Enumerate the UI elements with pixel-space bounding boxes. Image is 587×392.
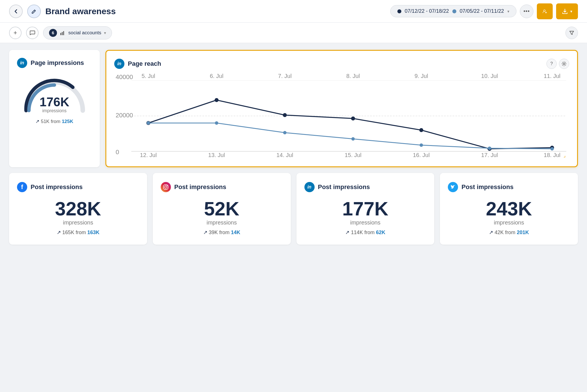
svg-text:14. Jul: 14. Jul bbox=[276, 152, 293, 158]
facebook-post-impressions-card: f Post impressions 328K impressions ↗ 16… bbox=[9, 173, 147, 245]
prev-period-dot bbox=[452, 9, 456, 13]
svg-text:12. Jul: 12. Jul bbox=[140, 152, 157, 158]
li-card-title: Post impressions bbox=[318, 183, 370, 191]
header: Brand awareness 07/12/22 - 07/18/22 07/0… bbox=[0, 0, 587, 23]
svg-point-0 bbox=[544, 10, 545, 11]
ig-arrow-icon: ↗ bbox=[203, 230, 207, 235]
gauge-value: 176K impressions bbox=[39, 96, 69, 113]
toolbar: + 6 social accounts ▾ bbox=[0, 23, 587, 43]
svg-point-28 bbox=[351, 116, 355, 120]
tw-stat-value: 243K bbox=[486, 199, 532, 218]
linkedin-post-impressions-card: in Post impressions 177K impressions ↗ 1… bbox=[296, 173, 435, 245]
arrow-up-icon: ↗ bbox=[35, 119, 39, 124]
li-change-text: 114K from bbox=[351, 230, 376, 235]
tw-stat-change: ↗ 42K from 201K bbox=[489, 229, 529, 236]
chevron-down-icon-3: ▾ bbox=[104, 31, 106, 35]
instagram-icon bbox=[161, 182, 171, 192]
more-options-button[interactable]: ••• bbox=[520, 5, 533, 18]
current-period-dot bbox=[397, 9, 401, 13]
svg-text:11. Jul: 11. Jul bbox=[544, 73, 560, 79]
svg-text:6. Jul: 6. Jul bbox=[210, 73, 223, 79]
change-link[interactable]: 125K bbox=[62, 119, 73, 124]
chart-header-left: in Page reach bbox=[114, 59, 161, 69]
page-impressions-title: Page impressions bbox=[31, 59, 84, 67]
bar-chart-icon bbox=[60, 30, 65, 36]
svg-text:20000: 20000 bbox=[116, 112, 133, 119]
svg-text:15. Jul: 15. Jul bbox=[345, 152, 361, 158]
tw-stat-unit: impressions bbox=[494, 219, 524, 226]
chart-area: 40000 20000 0 5. Jul 6. Jul 7. Jul 8. Ju… bbox=[114, 73, 569, 158]
back-button[interactable] bbox=[9, 5, 23, 18]
twitter-icon bbox=[448, 182, 458, 192]
edit-button[interactable] bbox=[27, 5, 41, 18]
li-post-card-header: in Post impressions bbox=[304, 182, 427, 192]
help-button[interactable]: ? bbox=[546, 59, 557, 69]
svg-text:17. Jul: 17. Jul bbox=[481, 152, 498, 158]
svg-point-32 bbox=[147, 121, 150, 125]
svg-text:10. Jul: 10. Jul bbox=[481, 73, 498, 79]
svg-text:8. Jul: 8. Jul bbox=[346, 73, 360, 79]
add-user-button[interactable] bbox=[537, 3, 553, 19]
ig-change-link[interactable]: 14K bbox=[231, 230, 240, 235]
fb-card-header: f Post impressions bbox=[17, 182, 139, 192]
li-change-link[interactable]: 62K bbox=[376, 230, 385, 235]
svg-point-34 bbox=[283, 131, 287, 134]
svg-text:18. Jul: 18. Jul bbox=[544, 152, 560, 158]
facebook-icon: f bbox=[17, 182, 27, 192]
page-impressions-header: in Page impressions bbox=[17, 58, 92, 68]
page-reach-title: Page reach bbox=[128, 60, 161, 67]
svg-point-41 bbox=[167, 185, 168, 186]
li-arrow-icon: ↗ bbox=[345, 230, 349, 235]
chat-button[interactable] bbox=[26, 27, 39, 39]
filter-button[interactable] bbox=[565, 27, 578, 39]
svg-text:0: 0 bbox=[116, 149, 119, 156]
ig-card-header: Post impressions bbox=[161, 182, 283, 192]
fb-stat-unit: impressions bbox=[63, 219, 93, 226]
gauge-wrapper: 176K impressions bbox=[20, 77, 88, 113]
change-text: 51K from bbox=[41, 119, 62, 124]
tw-stat-body: 243K impressions ↗ 42K from 201K bbox=[486, 199, 532, 236]
add-widget-button[interactable]: + bbox=[9, 27, 22, 39]
svg-text:16. Jul: 16. Jul bbox=[413, 152, 430, 158]
chevron-down-icon: ▾ bbox=[507, 9, 509, 14]
plus-icon: + bbox=[14, 29, 17, 37]
impressions-change: ↗ 51K from 125K bbox=[35, 118, 73, 124]
date-range-selector[interactable]: 07/12/22 - 07/18/22 07/05/22 - 07/11/22 … bbox=[390, 5, 516, 17]
settings-button[interactable] bbox=[559, 59, 569, 69]
tw-change-link[interactable]: 201K bbox=[517, 230, 529, 235]
li-stat-value: 177K bbox=[342, 199, 389, 218]
svg-text:5. Jul: 5. Jul bbox=[141, 73, 155, 79]
ig-stat-change: ↗ 39K from 14K bbox=[203, 229, 240, 236]
add-user-icon bbox=[543, 8, 547, 15]
linkedin-icon-post: in bbox=[304, 182, 315, 192]
li-stat-body: 177K impressions ↗ 114K from 62K bbox=[342, 199, 389, 236]
resize-handle[interactable]: ⌟ bbox=[563, 153, 568, 157]
svg-text:40000: 40000 bbox=[116, 73, 133, 80]
linkedin-icon-reach: in bbox=[114, 59, 124, 69]
svg-point-33 bbox=[215, 121, 218, 125]
bottom-row: f Post impressions 328K impressions ↗ 16… bbox=[9, 173, 578, 245]
instagram-post-impressions-card: Post impressions 52K impressions ↗ 39K f… bbox=[153, 173, 291, 245]
social-accounts-selector[interactable]: 6 social accounts ▾ bbox=[43, 26, 112, 39]
fb-stat-value: 328K bbox=[55, 199, 101, 218]
question-icon: ? bbox=[550, 61, 553, 66]
accounts-count-badge: 6 bbox=[49, 29, 57, 37]
svg-text:7. Jul: 7. Jul bbox=[278, 73, 292, 79]
prev-date-range: 07/05/22 - 07/11/22 bbox=[460, 8, 504, 14]
ig-stat-value: 52K bbox=[204, 199, 240, 218]
download-button[interactable]: ▾ bbox=[556, 3, 578, 19]
svg-point-26 bbox=[215, 98, 219, 102]
svg-point-37 bbox=[488, 147, 491, 150]
fb-change-link[interactable]: 163K bbox=[87, 230, 99, 235]
social-accounts-label: social accounts bbox=[68, 30, 101, 36]
svg-point-4 bbox=[563, 63, 565, 65]
impressions-unit: impressions bbox=[39, 108, 69, 113]
page-title: Brand awareness bbox=[45, 7, 116, 16]
edit-icon bbox=[31, 9, 37, 14]
tw-card-title: Post impressions bbox=[461, 183, 513, 191]
page-reach-card: in Page reach ? bbox=[105, 50, 578, 167]
more-icon: ••• bbox=[524, 8, 530, 14]
filter-icon bbox=[569, 30, 575, 36]
current-date-range: 07/12/22 - 07/18/22 bbox=[405, 8, 449, 14]
tw-card-header: Post impressions bbox=[448, 182, 570, 192]
